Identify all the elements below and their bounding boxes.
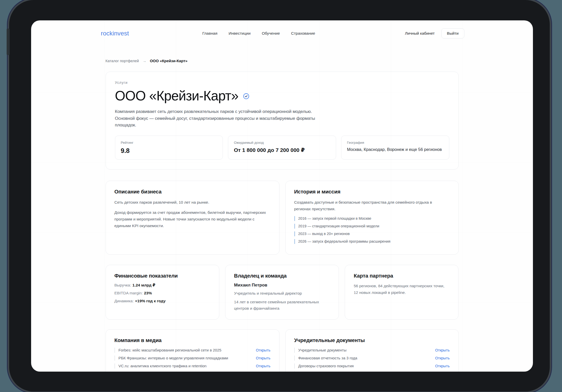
owner-name: Михаил Петров <box>234 283 330 288</box>
documents-card: Учредительные документы Учредительные до… <box>285 329 459 372</box>
metric-label: EBITDA margin: <box>114 291 143 295</box>
logo[interactable]: rockinvest <box>101 30 129 37</box>
main-nav: Главная Инвестиции Обучение Страхование <box>202 31 315 36</box>
company-hero-card: Услуги ООО «Крейзи-Карт» Компания развив… <box>106 72 459 169</box>
nav-item-glavnaya[interactable]: Главная <box>202 31 218 36</box>
metric-value: 23% <box>144 291 152 295</box>
nav-item-strahovanie[interactable]: Страхование <box>291 31 315 36</box>
tablet-side-button <box>7 29 10 55</box>
history-mission-card: История и миссия Создавать доступные и б… <box>285 181 459 255</box>
breadcrumb-arrow-icon: → <box>143 59 146 63</box>
media-card: Компания в медиа Forbes: кейс масштабиро… <box>106 329 279 372</box>
history-card-title: История и миссия <box>294 189 450 195</box>
document-item-label: Договоры страхового покрытия <box>298 363 354 369</box>
verified-check-icon <box>243 93 249 99</box>
breadcrumb-current: ООО «Крейзи-Карт» <box>150 59 187 63</box>
stat-rating: Рейтинг 9.8 <box>115 136 223 160</box>
stat-geography: География Москва, Краснодар, Воронеж и е… <box>341 136 449 160</box>
documents-card-title: Учредительные документы <box>294 337 450 343</box>
open-link[interactable]: Открыть <box>435 364 450 368</box>
owner-experience: 14 лет в сегменте семейных развлекательн… <box>234 299 330 312</box>
media-card-title: Компания в медиа <box>114 337 271 343</box>
owner-team-card: Владелец и команда Михаил Петров Учредит… <box>225 265 339 320</box>
media-item-label: VC.ru: аналитика клиентского трафика и r… <box>119 363 207 369</box>
company-description: Компания развивает сеть детских развлека… <box>115 108 324 129</box>
timeline-item-2019: 2019 — стандартизация операционной модел… <box>294 224 450 229</box>
media-item-forbes: Forbes: кейс масштабирования регионально… <box>114 348 271 353</box>
media-item-label: РБК Франшизы: интервью о модели управлен… <box>119 356 228 361</box>
partner-map-text: 56 регионов, 84 действующих партнерских … <box>354 283 450 296</box>
document-item-label: Финансовая отчетность за 3 года <box>298 356 357 361</box>
financial-metric-ebitda: EBITDA margin:23% <box>114 291 210 296</box>
metric-label: Динамика: <box>114 299 134 303</box>
open-link[interactable]: Открыть <box>256 348 271 352</box>
stat-rating-label: Рейтинг <box>121 141 217 145</box>
media-item-label: Forbes: кейс масштабирования регионально… <box>119 348 222 353</box>
media-item-rbk: РБК Франшизы: интервью о модели управлен… <box>114 356 271 361</box>
business-card-title: Описание бизнеса <box>114 189 271 195</box>
financials-card-title: Финансовые показатели <box>114 273 210 279</box>
metric-value: 1.24 млрд ₽ <box>132 283 155 287</box>
stat-expected-income: Ожидаемый доход От 1 800 000 до 7 200 00… <box>228 136 336 160</box>
partner-map-card: Карта партнера 56 регионов, 84 действующ… <box>345 265 458 320</box>
logout-button[interactable]: Выйти <box>441 28 464 38</box>
timeline-item-2023: 2023 — выход в 20+ регионов <box>294 231 450 236</box>
open-link[interactable]: Открыть <box>435 356 450 360</box>
stat-geography-label: География <box>347 141 443 145</box>
timeline-item-2026: 2026 — запуск федеральной программы расш… <box>294 239 450 244</box>
breadcrumb: Каталог портфелей → ООО «Крейзи-Карт» <box>106 59 459 63</box>
metric-value: +19% год к году <box>135 299 165 303</box>
timeline: 2016 — запуск первой площадки в Москве 2… <box>294 216 450 244</box>
browser-screen: rockinvest Главная Инвестиции Обучение С… <box>31 20 533 372</box>
company-category-label: Услуги <box>115 81 449 85</box>
document-item-tax: Справка о налоговой дисциплине Открыть <box>294 371 450 372</box>
personal-cabinet-link[interactable]: Личный кабинет <box>405 31 435 36</box>
site-header: rockinvest Главная Инвестиции Обучение С… <box>31 20 533 46</box>
stat-income-label: Ожидаемый доход <box>234 141 330 145</box>
business-description-card: Описание бизнеса Сеть детских парков раз… <box>106 181 279 255</box>
nav-item-obuchenie[interactable]: Обучение <box>262 31 280 36</box>
partner-map-card-title: Карта партнера <box>354 273 450 279</box>
metric-label: Выручка: <box>114 283 131 287</box>
mission-text: Создавать доступные и безопасные простра… <box>294 199 438 212</box>
document-item-insurance: Договоры страхового покрытия Открыть <box>294 363 450 369</box>
financials-card: Финансовые показатели Выручка:1.24 млрд … <box>106 265 219 320</box>
business-paragraph: Сеть детских парков развлечений, 10 лет … <box>114 199 271 206</box>
stat-income-value: От 1 800 000 до 7 200 000 ₽ <box>234 147 330 153</box>
timeline-item-2016: 2016 — запуск первой площадки в Москве <box>294 216 450 221</box>
nav-item-investicii[interactable]: Инвестиции <box>229 31 251 36</box>
financial-metric-revenue: Выручка:1.24 млрд ₽ <box>114 283 210 288</box>
document-item-financial-report: Финансовая отчетность за 3 года Открыть <box>294 356 450 361</box>
business-paragraph: Доход формируется за счет продаж абонеме… <box>114 209 267 229</box>
page-title: ООО «Крейзи-Карт» <box>115 88 238 103</box>
open-link[interactable]: Открыть <box>256 356 271 360</box>
stat-geography-value: Москва, Краснодар, Воронеж и еще 56 реги… <box>347 147 443 152</box>
owner-card-title: Владелец и команда <box>234 273 330 279</box>
tablet-frame: rockinvest Главная Инвестиции Обучение С… <box>9 0 550 391</box>
financial-metric-dynamics: Динамика:+19% год к году <box>114 298 210 304</box>
account-area: Личный кабинет Выйти <box>405 28 464 38</box>
document-item-label: Учредительные документы <box>298 348 347 353</box>
owner-role: Учредитель и генеральный директор <box>234 291 330 296</box>
stat-rating-value: 9.8 <box>121 147 217 154</box>
hero-stats-row: Рейтинг 9.8 Ожидаемый доход От 1 800 000… <box>115 136 449 160</box>
document-item-label: Справка о налоговой дисциплине <box>298 371 358 372</box>
breadcrumb-catalog-link[interactable]: Каталог портфелей <box>106 59 139 63</box>
open-link[interactable]: Открыть <box>435 348 450 352</box>
open-link[interactable]: Открыть <box>256 364 271 368</box>
document-item-founding: Учредительные документы Открыть <box>294 348 450 353</box>
media-item-vcru: VC.ru: аналитика клиентского трафика и r… <box>114 363 271 369</box>
